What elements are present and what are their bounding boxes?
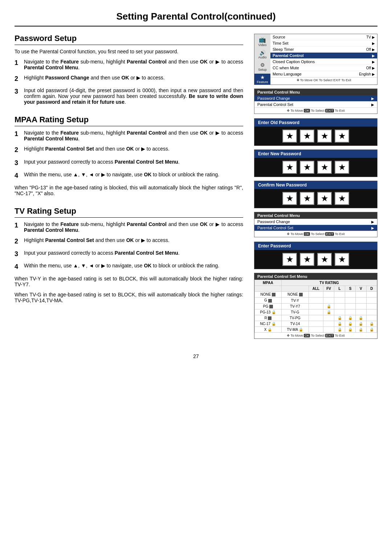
th-d: D [366, 286, 377, 292]
source-content: Source TV ▶ Time Set ▶ Sleep Timer Off ▶… [270, 34, 377, 85]
tv-step-4: 4 Within the menu, use ▲, ▼, ◄ or ▶ to n… [15, 263, 243, 271]
left-column: Password Setup To use the Parental Contr… [15, 34, 243, 342]
th-l: L [334, 286, 345, 292]
password-setup-title: Password Setup [15, 34, 243, 45]
sidebar-setup: ⚙ Setup [257, 61, 268, 72]
source-row-lang: Menu Language English ▶ [270, 71, 377, 77]
source-menu-panel: 📺 Video 🔊 Audio ⚙ Setup ★ Feature [254, 34, 377, 85]
confirm-new-password-header: Confirm New Password [254, 181, 377, 189]
rating-row-nc17: NC-17 🔒 TV-14 🔒🔒🔒🔒 [255, 321, 377, 327]
enter-password-fields: ★ ★ ★ ★ [254, 250, 377, 269]
tv-note-1: When TV-Y in the age-based rating is set… [15, 276, 243, 287]
rating-row-r: R TV-PG 🔒🔒🔒 [255, 315, 377, 321]
pw-box-3: ★ [317, 130, 332, 143]
rating-panel-header: Parental Control Set Menu [254, 273, 377, 280]
parental-menu-panel-2: Parental Control Menu Password Change ▶ … [254, 212, 377, 237]
pw-new-box-4: ★ [335, 161, 349, 174]
enter-new-password-panel: Enter New Password ★ ★ ★ ★ [254, 149, 377, 177]
th-all: ALL [309, 286, 323, 292]
pw-confirm-box-2: ★ [300, 192, 314, 205]
parental-menu-row-pwchange-1: Password Change ▶ [254, 95, 377, 102]
pw-new-box-3: ★ [317, 161, 332, 174]
th-v: V [356, 286, 366, 292]
source-row-sleeptimer: Sleep Timer Off ▶ [270, 46, 377, 53]
confirm-new-password-panel: Confirm New Password ★ ★ ★ ★ [254, 181, 377, 208]
tv-note-2: When TV-G in the age-based rating is set… [15, 292, 243, 303]
sidebar-video: 📺 Video [258, 36, 268, 48]
mpaa-note: When "PG-13" in the age-based rating is … [15, 185, 243, 196]
th-mpaa: MPAA [255, 280, 282, 286]
enter-old-password-header: Enter Old Password [254, 119, 377, 127]
rating-panel: Parental Control Set Menu MPAA TV RATING… [254, 273, 377, 339]
pw-ep-box-3: ★ [317, 253, 332, 266]
parental-menu-panel-1: Parental Control Menu Password Change ▶ … [254, 89, 377, 114]
pw-box-2: ★ [300, 130, 314, 143]
th-s: S [345, 286, 355, 292]
parental-menu-nav-2: ❖ To Move OK To Select EXIT To Exit [254, 231, 377, 237]
source-nav: ❖ To Move OK To Select EXIT To Exit [270, 77, 377, 83]
confirm-new-password-fields: ★ ★ ★ ★ [254, 189, 377, 208]
parental-menu-header-1: Parental Control Menu [254, 89, 377, 95]
rating-table: MPAA TV RATING ALL FV L S V D [254, 280, 377, 333]
enter-old-password-fields: ★ ★ ★ ★ [254, 127, 377, 145]
pw-confirm-box-3: ★ [317, 192, 332, 205]
pw-confirm-box-4: ★ [335, 192, 349, 205]
pw-ep-box-1: ★ [282, 253, 297, 266]
tv-step-3: 3 Input your password correctly to acces… [15, 250, 243, 258]
page-number: 27 [15, 353, 377, 359]
rating-row-g: G TV-Y [255, 297, 377, 303]
sidebar-audio: 🔊 Audio [257, 49, 267, 60]
parental-menu-row-controlset-1: Parental Control Set ▶ [254, 102, 377, 108]
password-setup-intro: To use the Parental Control function, yo… [15, 49, 243, 54]
source-sidebar: 📺 Video 🔊 Audio ⚙ Setup ★ Feature [254, 34, 270, 85]
parental-menu-nav-1: ❖ To Move OK To Select EXIT To Exit [254, 108, 377, 114]
right-column: 📺 Video 🔊 Audio ⚙ Setup ★ Feature [254, 34, 377, 342]
th-tv-label [281, 286, 309, 292]
tv-step-2: 2 Highlight Parental Control Set and the… [15, 237, 243, 246]
rating-row-pg: PG TV-Y7 🔒 [255, 303, 377, 309]
th-tvrating: TV RATING [281, 280, 377, 286]
parental-menu-row-controlset-2: Parental Control Set ▶ [254, 225, 377, 231]
mpaa-step-4: 4 Within the menu, use ▲, ▼, ◄ or ▶ to n… [15, 172, 243, 180]
enter-new-password-fields: ★ ★ ★ ★ [254, 158, 377, 177]
source-row-cc-options: Closed Caption Options ▶ [270, 59, 377, 65]
rating-row-none: NONE NONE [255, 292, 377, 297]
sidebar-feature: ★ Feature [254, 74, 270, 85]
th-fv: FV [323, 286, 334, 292]
mpaa-step-1: 1 Navigate to the Feature sub-menu, high… [15, 130, 243, 141]
enter-password-panel: Enter Password ★ ★ ★ ★ [254, 242, 377, 269]
mpaa-step-3: 3 Input your password correctly to acces… [15, 159, 243, 167]
rating-row-pg13: PG-13 🔒 TV-G 🔒 [255, 309, 377, 315]
pw-ep-box-2: ★ [300, 253, 314, 266]
source-row-parental: Parental Control ▶ [270, 53, 377, 59]
rating-nav: ❖ To Move OK To Select EXIT To Exit [254, 333, 377, 338]
source-row-cc-mute: CC when Mute Off ▶ [270, 65, 377, 71]
source-row-source: Source TV ▶ [270, 34, 377, 40]
pw-new-box-2: ★ [300, 161, 314, 174]
password-step-3: 3 Input old password (4-digit, the prese… [15, 87, 243, 105]
parental-menu-row-pwchange-2: Password Change ▶ [254, 219, 377, 225]
enter-password-header: Enter Password [254, 242, 377, 250]
th-empty [255, 286, 282, 292]
rating-row-x: X 🔒 TV-MA 🔒 🔒🔒🔒🔒 [255, 327, 377, 333]
tv-setup-title: TV Rating Setup [15, 206, 243, 218]
page-title: Setting Parental Control(continued) [15, 11, 377, 26]
password-step-1: 1 Navigate to the Feature sub-menu, high… [15, 59, 243, 70]
password-step-2: 2 Highlight Password Change and then use… [15, 75, 243, 83]
pw-ep-box-4: ★ [335, 253, 349, 266]
tv-step-1: 1 Navigate to the Feature sub-menu, high… [15, 221, 243, 233]
pw-confirm-box-1: ★ [282, 192, 297, 205]
enter-new-password-header: Enter New Password [254, 150, 377, 158]
parental-menu-header-2: Parental Control Menu [254, 212, 377, 219]
pw-new-box-1: ★ [282, 161, 297, 174]
pw-box-4: ★ [335, 130, 349, 143]
enter-old-password-panel: Enter Old Password ★ ★ ★ ★ [254, 118, 377, 146]
pw-box-1: ★ [282, 130, 297, 143]
mpaa-setup-title: MPAA Rating Setup [15, 115, 243, 126]
mpaa-step-2: 2 Highlight Parental Control Set and the… [15, 146, 243, 154]
source-row-timeset: Time Set ▶ [270, 40, 377, 46]
